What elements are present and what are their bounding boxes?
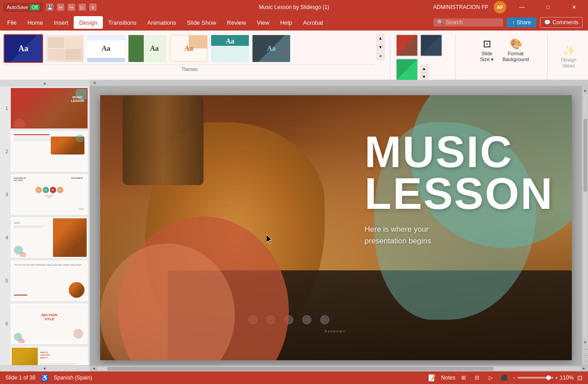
themes-label: Themes	[181, 67, 198, 72]
zoom-level[interactable]: 110%	[560, 375, 574, 381]
fit-slide-icon[interactable]: ⊡	[577, 374, 583, 381]
maximize-button[interactable]: □	[538, 0, 558, 14]
panel-scroll-down-arrow[interactable]: ▼	[43, 366, 47, 371]
search-input[interactable]	[446, 19, 500, 26]
zoom-out-icon[interactable]: −	[513, 375, 515, 380]
hscroll-left-arrow[interactable]: ◄	[91, 366, 97, 372]
search-box[interactable]: 🔍	[433, 18, 503, 26]
variant-3[interactable]	[396, 58, 418, 81]
slide-row-6: 6 SECTIONTITLE	[2, 304, 88, 344]
slide-thumb-3[interactable]: FEATURES OFTHE TOPIC ASSIGNMENT 01 02 03…	[11, 174, 88, 215]
canvas-scroll-left-arrow[interactable]: ◄	[91, 81, 98, 85]
menu-home[interactable]: Home	[22, 16, 49, 29]
notes-button[interactable]: 📝	[426, 373, 438, 382]
canvas-scroll-area[interactable]: Ashdown	[90, 86, 582, 365]
close-button[interactable]: ✕	[564, 0, 584, 14]
slide-thumb-6[interactable]: SECTIONTITLE	[11, 304, 88, 344]
main-area: ▲ 1 MUSICLESSON 2	[0, 80, 588, 371]
zoom-thumb[interactable]	[546, 375, 551, 380]
themes-scroll-up[interactable]: ▲	[376, 34, 385, 42]
slide-text-area: MUSIC LESSON Here is where yourpresentat…	[365, 131, 554, 247]
zoom-slider[interactable]	[517, 377, 553, 379]
slide-subtitle: Here is where yourpresentation begins	[365, 224, 554, 247]
menu-view[interactable]: View	[252, 16, 275, 29]
vscroll-resize-mid[interactable]: —	[584, 352, 587, 358]
variant-1[interactable]	[396, 34, 418, 57]
slide-title-lesson: LESSON	[365, 173, 554, 215]
menu-bar: File Home Insert Design Transitions Anim…	[0, 14, 588, 31]
hscroll-thumb[interactable]	[107, 367, 494, 371]
menu-acrobat[interactable]: Acrobat	[297, 16, 328, 29]
language[interactable]: Spanish (Spain)	[54, 375, 92, 381]
theme-dark-blue[interactable]: Aa	[4, 34, 43, 63]
slideshow-view-button[interactable]: ⬛	[499, 373, 509, 383]
slide-thumb-2[interactable]	[11, 131, 88, 172]
autosave-label: AutoSave	[7, 4, 28, 10]
undo-icon[interactable]: ↩	[57, 4, 64, 11]
menu-help[interactable]: Help	[275, 16, 298, 29]
themes-scroll-down[interactable]: ▼	[376, 43, 385, 51]
thumb1-orange-circle	[14, 119, 25, 128]
document-title: Music Lesson by Slidesgo (1)	[259, 4, 329, 10]
vscroll-thumb[interactable]	[584, 119, 587, 192]
minimize-button[interactable]: —	[512, 0, 532, 14]
slide-thumb-1[interactable]: MUSICLESSON	[11, 88, 88, 128]
reading-view-button[interactable]: ▷	[486, 373, 495, 383]
slide-row-3: 3 FEATURES OFTHE TOPIC ASSIGNMENT 01 02 …	[2, 174, 88, 215]
slide-num-4: 4	[2, 235, 8, 240]
hscroll-right-arrow[interactable]: ►	[581, 366, 587, 372]
vscroll-resize-top[interactable]: —	[584, 345, 587, 352]
slide-thumb-7[interactable]: WHAT ISTHIS TOPICABOUT?	[11, 347, 88, 365]
theme-teal[interactable]: Aa	[210, 34, 250, 63]
theme-light-pink[interactable]	[45, 34, 84, 63]
format-background-icon: 🎨	[510, 38, 522, 50]
zoom-in-icon[interactable]: +	[555, 375, 558, 380]
comments-button[interactable]: 💬 Comments	[540, 17, 583, 28]
menu-slideshow[interactable]: Slide Show	[181, 16, 221, 29]
slide-sorter-button[interactable]: ⊟	[472, 373, 482, 383]
accessibility-icon[interactable]: ♿	[41, 374, 49, 381]
hscroll-track	[97, 367, 581, 371]
menu-file[interactable]: File	[2, 16, 22, 29]
slide-row-4: 4 VENUS	[2, 217, 88, 258]
slide-size-button[interactable]: ⊡ Slide Size ▾	[473, 34, 500, 66]
design-ideas-icon: ✨	[563, 44, 575, 56]
slide-num-1: 1	[2, 106, 8, 111]
menu-transitions[interactable]: Transitions	[103, 16, 142, 29]
redo-icon[interactable]: ↪	[68, 4, 75, 11]
user-avatar[interactable]: AF	[494, 1, 506, 13]
design-ideas-button[interactable]: ✨ DesignIdeas	[555, 40, 582, 73]
title-bar: AutoSave Off 💾 ↩ ↪ ▷ ∨ Music Lesson by S…	[0, 0, 588, 14]
themes-more[interactable]: ≡	[376, 52, 385, 60]
slide-title-music: MUSIC	[365, 131, 554, 173]
save-icon[interactable]: 💾	[46, 4, 53, 11]
canvas-area: ◄ Ashd	[90, 80, 588, 371]
theme-dark[interactable]: Aa	[252, 34, 291, 63]
vscroll-resize-bot[interactable]: —	[584, 358, 587, 364]
autosave-button[interactable]: AutoSave Off	[4, 3, 43, 12]
menu-insert[interactable]: Insert	[49, 16, 74, 29]
slide-num-2: 2	[2, 149, 8, 154]
vscroll-up-arrow[interactable]: ▲	[582, 87, 588, 93]
theme-green[interactable]: Aa	[128, 34, 167, 63]
theme-orange[interactable]: Aa	[169, 34, 208, 63]
variant-2[interactable]	[420, 34, 442, 57]
slide-thumb-4[interactable]: VENUS	[11, 217, 88, 258]
vscroll-down-arrow[interactable]: ▼	[582, 339, 588, 345]
share-button[interactable]: ↑ Share	[507, 18, 536, 27]
menu-animations[interactable]: Animations	[142, 16, 181, 29]
theme-white-blue[interactable]: Aa	[86, 34, 126, 63]
slide-row-1: 1 MUSICLESSON	[2, 88, 88, 128]
present-icon[interactable]: ▷	[79, 4, 86, 11]
slide-thumb-5[interactable]: "You can never think that of relationshi…	[11, 260, 88, 301]
format-background-button[interactable]: 🎨 Format Background	[502, 34, 529, 66]
menu-design[interactable]: Design	[74, 16, 102, 29]
ribbon: Aa	[0, 31, 588, 80]
more-tools-icon[interactable]: ∨	[89, 4, 97, 11]
notes-label[interactable]: Notes	[441, 375, 455, 381]
variants-scroll-up[interactable]: ▲	[420, 65, 428, 73]
vscroll-track	[584, 94, 587, 338]
normal-view-button[interactable]: ⊞	[459, 373, 469, 383]
menu-review[interactable]: Review	[221, 16, 252, 29]
slide-num-5: 5	[2, 278, 8, 283]
